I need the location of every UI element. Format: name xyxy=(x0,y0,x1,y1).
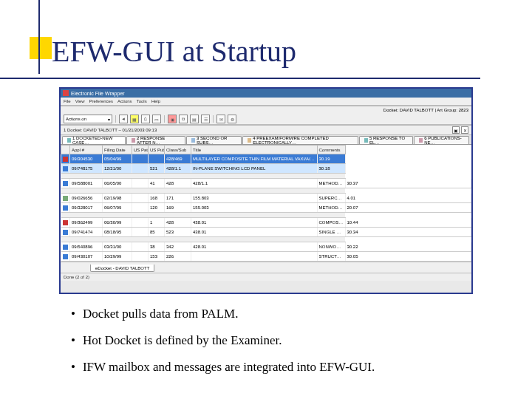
tab-preexam[interactable]: 4 PREEXAM/FORM/RE COMPLETED ELECTRONICAL… xyxy=(242,136,358,144)
panel-header: 1 Docket: DAVID TALBOTT – 01/21/2003 09:… xyxy=(61,125,471,135)
menu-tools[interactable]: Tools xyxy=(137,99,147,103)
cell: 41 xyxy=(149,179,165,188)
menubar: File View Preferences Actions Tools Help xyxy=(61,98,471,106)
app-icon xyxy=(63,90,69,96)
table-row[interactable]: 09/32801706/07/99120169155.003METHODS OF… xyxy=(61,203,471,213)
person-icon xyxy=(63,254,68,259)
person-icon xyxy=(63,205,68,211)
flag-icon[interactable]: ◉ xyxy=(168,115,177,123)
cell: 438.01 xyxy=(191,228,318,237)
cell: 1 xyxy=(149,218,165,228)
copy-icon[interactable]: ⧉ xyxy=(179,115,188,123)
page-icon[interactable]: ▭ xyxy=(152,115,161,123)
col-class[interactable]: Class/Sub xyxy=(165,146,191,154)
tab-docketed-new-case[interactable]: 1 DOCKETED-NEW CASE… xyxy=(62,136,126,144)
tab-icon xyxy=(419,138,423,143)
tab-second-subs[interactable]: 3 SECOND OR SUBS… xyxy=(186,136,242,144)
cell: 09/430107 xyxy=(70,252,103,262)
cell: 30.34 xyxy=(345,228,471,237)
tab-icon xyxy=(67,138,71,143)
cell xyxy=(132,179,149,188)
table-row[interactable]: 09/43010710/29/99153226STRUCTURAL ALUMIN… xyxy=(61,252,471,262)
bullet-list: Docket pulls data from PALM. Hot Docket … xyxy=(71,307,485,386)
window-title-text: Electronic File Wrapper xyxy=(71,91,125,96)
table-row[interactable]: 09/54089603/31/0038342428.01NONWOVEN FAB… xyxy=(61,242,471,252)
cell: NONWOVEN FABRIC OF FIBERS COMPOSED OF AL… xyxy=(317,242,345,252)
table-row[interactable]: 09/36249906/30/991428438.01COMPOSITE LAM… xyxy=(61,218,471,228)
tab-response-el[interactable]: 5 RESPONSE TO EL… xyxy=(359,136,413,144)
cell xyxy=(132,164,149,174)
cell: 428/1.1 xyxy=(191,179,318,188)
cell: 226 xyxy=(165,252,191,262)
table-row[interactable]: 09/02665602/19/98168171155.803SUPERCONDU… xyxy=(61,194,471,203)
bottom-tabstrip: eDocket - DAVID TALBOTT xyxy=(61,262,471,273)
window-titlebar: Electronic File Wrapper xyxy=(61,89,471,98)
toolbar: Actions on▾ ◄ ▦ ⎙ ▭ ◉ ⧉ ▤ ☰ ✉ ⚙ xyxy=(61,114,471,125)
col-comments[interactable]: Comments xyxy=(317,146,345,154)
tree-icon[interactable]: ☰ xyxy=(201,115,210,123)
table-row[interactable]: 09/30453005/04/99428/469MULTILAYER COMPO… xyxy=(61,154,471,164)
tab-publications[interactable]: 6 PUBLICATIONS-NE… xyxy=(414,136,469,144)
panel-close-icon[interactable]: ✕ xyxy=(461,126,468,134)
cell: 30.37 xyxy=(345,179,471,188)
print-icon[interactable]: ⎙ xyxy=(141,115,150,123)
menu-file[interactable]: File xyxy=(64,99,71,103)
cell: MULTILAYER COMPOSITE THIN FILM MATERIAL … xyxy=(191,154,318,164)
footer-status-text: Done (2 of 2) xyxy=(64,275,89,279)
mail-icon[interactable]: ✉ xyxy=(216,115,225,123)
menu-actions[interactable]: Actions xyxy=(117,99,132,103)
cell: IN-PLANE SWITCHING LCD PANEL xyxy=(191,164,318,174)
cell: 169 xyxy=(165,203,191,213)
table-row[interactable]: 09/74817512/21/00521428/1.1IN-PLANE SWIT… xyxy=(61,164,471,174)
table-row xyxy=(61,237,471,242)
panel-title: 1 Docket: DAVID TALBOTT – 01/21/2003 09:… xyxy=(64,128,157,132)
panel-pin-icon[interactable]: ▣ xyxy=(452,126,460,134)
decor-square xyxy=(30,37,52,59)
folder-icon[interactable]: ▦ xyxy=(130,115,139,123)
cell xyxy=(132,228,149,237)
tab-response-after[interactable]: 2 RESPONSE AFTER N… xyxy=(126,136,185,144)
menu-view[interactable]: View xyxy=(75,99,85,103)
col-icon[interactable] xyxy=(61,146,70,154)
cell: 85 xyxy=(149,228,165,237)
grid-header-row: Appl # Filing Date US Pat US Pub Class/S… xyxy=(61,146,471,154)
person-icon xyxy=(63,245,68,250)
cell: 09/588001 xyxy=(70,179,103,188)
col-title[interactable]: Title xyxy=(191,146,318,154)
cell xyxy=(132,252,149,262)
cell: 342 xyxy=(165,242,191,252)
app-screenshot: Electronic File Wrapper File View Prefer… xyxy=(59,87,473,294)
cell: 30.19 xyxy=(317,154,345,164)
col-uspub[interactable]: US Pub xyxy=(149,146,165,154)
col-uspat[interactable]: US Pat xyxy=(132,146,149,154)
cell xyxy=(132,242,149,252)
tab-icon xyxy=(248,138,251,143)
view-icon[interactable]: ▤ xyxy=(190,115,199,123)
cell: 428/1.1 xyxy=(165,164,191,174)
actions-dropdown[interactable]: Actions on▾ xyxy=(64,115,112,123)
flag-icon xyxy=(63,220,68,225)
menu-help[interactable]: Help xyxy=(151,99,160,103)
col-filing[interactable]: Filing Date xyxy=(103,146,132,154)
cell: 523 xyxy=(165,228,191,237)
col-appl[interactable]: Appl # xyxy=(70,146,103,154)
cell: 06/07/99 xyxy=(103,203,132,213)
table-row[interactable]: 09/58800106/05/0041428428/1.1METHOD OF C… xyxy=(61,179,471,188)
table-row[interactable]: 09/74147408/18/9585523438.01SINGLE LAYER… xyxy=(61,228,471,237)
menu-preferences[interactable]: Preferences xyxy=(89,99,113,103)
table-row xyxy=(61,213,471,218)
tool-icon[interactable]: ⚙ xyxy=(228,115,236,123)
cell xyxy=(132,218,149,228)
nav-back-icon[interactable]: ◄ xyxy=(119,115,128,123)
toolbar-separator xyxy=(115,115,116,123)
bullet-item: IFW mailbox and messages are integrated … xyxy=(71,360,485,375)
bullet-item: Docket pulls data from PALM. xyxy=(71,307,485,321)
chevron-down-icon: ▾ xyxy=(108,117,110,122)
cell: 09/328017 xyxy=(70,203,103,213)
table-row xyxy=(61,174,471,179)
data-grid: Appl # Filing Date US Pat US Pub Class/S… xyxy=(61,145,471,262)
bottom-tab-edocket[interactable]: eDocket - DAVID TALBOTT xyxy=(90,265,154,272)
cell: 09/741474 xyxy=(70,228,103,237)
cell: 521 xyxy=(149,164,165,174)
cell: 10.44 xyxy=(345,218,471,228)
